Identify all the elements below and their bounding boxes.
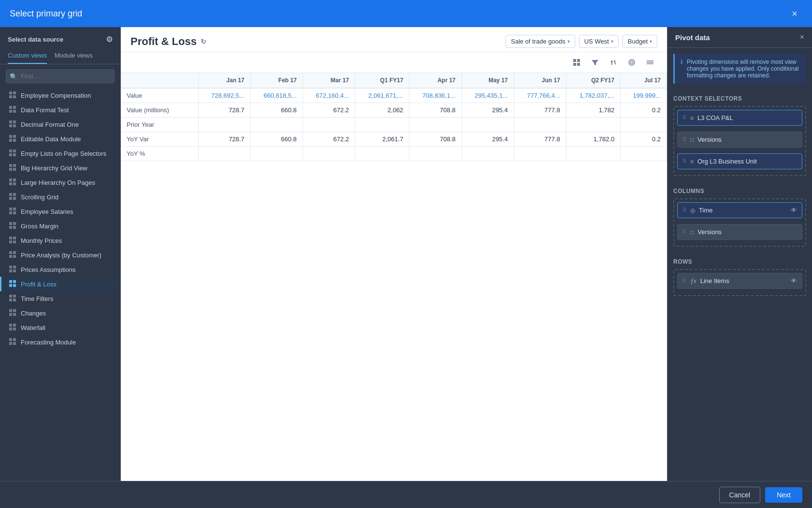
row-label: YoY Var: [121, 132, 198, 147]
sort-button[interactable]: [606, 55, 621, 70]
chevron-down-icon: ▾: [611, 39, 613, 44]
sidebar-item-prices-assumptions[interactable]: Prices Assumptions: [0, 262, 120, 277]
svg-rect-40: [9, 237, 12, 239]
sidebar-item-employee-salaries[interactable]: Employee Salaries: [0, 204, 120, 219]
drag-handle-icon: ⠿: [682, 207, 686, 213]
more-button[interactable]: [643, 55, 657, 70]
refresh-icon[interactable]: ↻: [201, 38, 206, 45]
svg-rect-70: [9, 342, 12, 345]
filter-budget[interactable]: Budget ▾: [623, 35, 657, 48]
context-item-org-l3[interactable]: ⠿ ≡ Org L3 Business Unit: [677, 153, 802, 169]
tab-module-views[interactable]: Module views: [55, 48, 93, 64]
modal-close-button[interactable]: ×: [787, 6, 802, 21]
context-item-versions[interactable]: ⠿ □ Versions: [677, 132, 802, 148]
cell: 0.2: [621, 132, 667, 147]
svg-rect-23: [13, 168, 16, 171]
sidebar-item-scrolling-grid[interactable]: Scrolling Grid: [0, 190, 120, 204]
svg-rect-14: [9, 139, 12, 142]
cell: [303, 147, 355, 161]
svg-rect-34: [9, 211, 12, 214]
pivot-info: ℹ Pivoting dimensions will remove most v…: [673, 54, 806, 84]
sidebar: Select data source ⚙ Custom views Module…: [0, 27, 121, 481]
pivot-header: Pivot data ×: [667, 27, 812, 48]
cell: [462, 147, 514, 161]
filter-trade-goods[interactable]: Sale of trade goods ▾: [506, 35, 575, 48]
svg-rect-19: [13, 153, 16, 156]
svg-rect-64: [9, 324, 12, 327]
sidebar-item-editable-data-module[interactable]: Editable Data Module: [0, 132, 120, 146]
eye-icon[interactable]: 👁: [791, 207, 797, 214]
row-item-line-items[interactable]: ⠿ ƒx Line Items 👁: [677, 273, 802, 289]
filter-us-west[interactable]: US West ▾: [579, 35, 619, 48]
col-header-feb17: Feb 17: [250, 73, 303, 88]
cell: 295,435,1...: [462, 88, 514, 103]
eye-icon[interactable]: 👁: [791, 277, 797, 284]
cell: [303, 118, 355, 132]
grid-icon: [9, 208, 17, 215]
grid-icon: [9, 309, 17, 317]
sidebar-item-label: Gross Margin: [21, 223, 58, 230]
sidebar-item-big-hierarchy[interactable]: Big Hierarchy Grid View: [0, 161, 120, 175]
sidebar-item-empty-lists[interactable]: Empty Lists on Page Selectors: [0, 146, 120, 161]
column-item-label: Time: [699, 207, 712, 214]
svg-point-76: [630, 61, 633, 64]
rows-title: Rows: [673, 258, 806, 265]
view-button[interactable]: [624, 55, 639, 70]
svg-rect-49: [13, 266, 16, 269]
svg-rect-21: [13, 164, 16, 167]
sidebar-item-label: Time Filters: [21, 295, 53, 302]
sidebar-item-changes[interactable]: Changes: [0, 306, 120, 320]
search-input[interactable]: [6, 69, 115, 83]
cell: 2,062: [355, 103, 409, 118]
sidebar-item-gross-margin[interactable]: Gross Margin: [0, 219, 120, 233]
columns-title: Columns: [673, 188, 806, 194]
cancel-button[interactable]: Cancel: [719, 487, 761, 503]
sidebar-item-price-analysis[interactable]: Price Analysis (by Customer): [0, 248, 120, 262]
sidebar-item-large-hierarchy[interactable]: Large Hierarchy On Pages: [0, 175, 120, 190]
svg-rect-1: [13, 91, 16, 94]
sidebar-item-waterfall[interactable]: Waterfall: [0, 320, 120, 335]
next-button[interactable]: Next: [765, 487, 802, 503]
sidebar-item-forecasting-module[interactable]: Forecasting Module: [0, 335, 120, 349]
drag-handle-icon: ⠿: [682, 229, 686, 235]
sidebar-item-monthly-prices[interactable]: Monthly Prices: [0, 233, 120, 248]
context-item-label: L3 COA P&L: [697, 114, 733, 121]
svg-rect-25: [13, 179, 16, 181]
filter-button[interactable]: [588, 55, 602, 70]
row-label: Value: [121, 88, 198, 103]
grid-icon: [9, 266, 17, 273]
sidebar-item-label: Editable Data Module: [21, 135, 81, 143]
list-icon: ≡: [690, 115, 694, 121]
col-header-label: [121, 73, 198, 88]
col-header-q2fy17: Q2 FY17: [566, 73, 620, 88]
tab-custom-views[interactable]: Custom views: [8, 48, 47, 64]
report-filters: Sale of trade goods ▾ US West ▾ Budget ▾: [506, 35, 657, 48]
sidebar-item-decimal-format-one[interactable]: Decimal Format One: [0, 117, 120, 132]
cell: [355, 147, 409, 161]
context-item-l3-coa[interactable]: ⠿ ≡ L3 COA P&L: [677, 110, 802, 126]
drag-handle-icon: ⠿: [682, 115, 686, 121]
cell: 295.4: [462, 132, 514, 147]
col-header-apr17: Apr 17: [409, 73, 462, 88]
sidebar-item-employee-compensation[interactable]: Employee Compensation: [0, 88, 120, 103]
column-item-time[interactable]: ⠿ ◎ Time 👁: [677, 202, 802, 218]
settings-icon[interactable]: ⚙: [106, 35, 113, 44]
sidebar-item-data-format-test[interactable]: Data Format Test: [0, 103, 120, 117]
row-label: Value (millions): [121, 103, 198, 118]
svg-rect-50: [9, 269, 12, 272]
column-item-versions[interactable]: ⠿ □ Versions: [677, 224, 802, 240]
pivot-close-button[interactable]: ×: [800, 33, 804, 42]
sidebar-item-profit-loss[interactable]: Profit & Loss: [0, 277, 120, 291]
svg-rect-28: [9, 193, 12, 196]
grid-icon: [9, 251, 17, 259]
cell: 777,766,4...: [514, 88, 566, 103]
sidebar-item-time-filters[interactable]: Time Filters: [0, 291, 120, 306]
export-button[interactable]: [569, 55, 584, 70]
svg-rect-58: [9, 299, 12, 301]
context-item-label: Versions: [697, 136, 722, 143]
cell: [566, 147, 620, 161]
svg-rect-75: [577, 63, 580, 66]
report-grid-wrap: Jan 17 Feb 17 Mar 17 Q1 FY17 Apr 17 May …: [121, 73, 667, 481]
cell: 708.8: [409, 132, 462, 147]
svg-rect-39: [13, 226, 16, 229]
